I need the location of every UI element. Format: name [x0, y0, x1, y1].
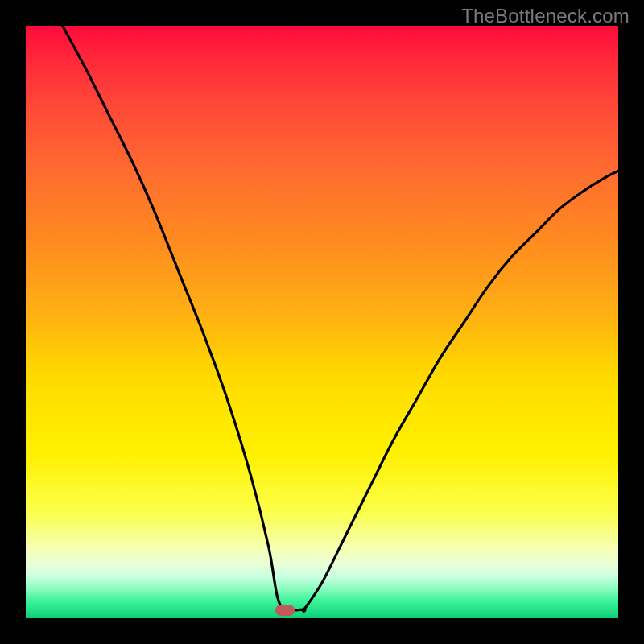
plot-area [26, 26, 618, 618]
watermark-text: TheBottleneck.com [461, 5, 630, 27]
chart-frame: TheBottleneck.com [0, 0, 644, 644]
bottleneck-curve [26, 26, 618, 618]
min-marker-pill [275, 605, 295, 616]
